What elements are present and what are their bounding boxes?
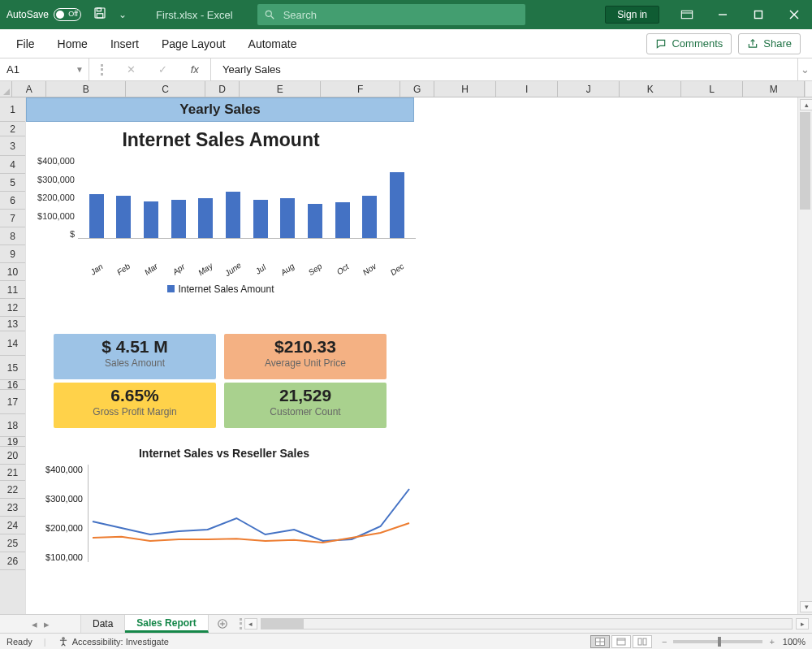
minimize-icon[interactable] [705,0,741,29]
comments-button[interactable]: Comments [646,33,732,54]
ribbon-tab-page-layout[interactable]: Page Layout [150,29,237,58]
chart1-legend: Internet Sales Amount [26,274,416,295]
row-header[interactable]: 22 [0,481,25,499]
name-box[interactable]: A1 ▼ [0,58,89,80]
row-header[interactable]: 5 [0,174,25,192]
column-header[interactable]: E [240,81,321,97]
search-input[interactable]: Search [257,4,525,25]
row-header[interactable]: 9 [0,245,25,263]
row-header[interactable]: 25 [0,534,25,552]
autosave-toggle[interactable]: AutoSave Off [6,8,81,21]
row-header[interactable]: 26 [0,552,25,570]
row-header[interactable]: 23 [0,499,25,517]
row-header[interactable]: 13 [0,317,25,331]
sheet-nav-prev-icon[interactable]: ◂ [32,618,37,630]
close-icon[interactable] [776,0,812,29]
add-sheet-button[interactable] [209,615,236,633]
column-header[interactable]: I [496,81,558,97]
ribbon-tab-automate[interactable]: Automate [237,29,309,58]
row-header[interactable]: 14 [0,331,25,356]
enter-formula-icon[interactable]: ✓ [158,63,167,76]
title-bar: AutoSave Off ⌄ First.xlsx - Excel Search… [0,0,812,29]
maximize-icon[interactable] [741,0,776,29]
column-header[interactable]: F [321,81,400,97]
zoom-out-icon[interactable]: − [662,637,667,647]
bar [335,202,350,238]
svg-rect-2 [97,14,103,18]
sheet-tab-sales-report[interactable]: Sales Report [125,615,208,633]
row-header[interactable]: 20 [0,447,25,465]
scroll-down-icon[interactable]: ▾ [800,601,812,612]
row-header[interactable]: 2 [0,122,25,136]
page-break-view-icon[interactable] [633,635,652,648]
sheet-tab-data[interactable]: Data [81,615,125,633]
status-accessibility[interactable]: Accessibility: Investigate [72,637,169,647]
column-header[interactable]: J [558,81,620,97]
column-header[interactable]: K [620,81,681,97]
row-header[interactable]: 18 [0,414,25,437]
row-header[interactable]: 3 [0,136,25,156]
hscroll-thumb[interactable] [261,619,304,629]
page-layout-view-icon[interactable] [611,635,631,648]
normal-view-icon[interactable] [590,635,610,648]
zoom-level[interactable]: 100% [783,637,806,647]
vertical-scrollbar[interactable]: ▴ ▾ [797,97,812,614]
ribbon-tab-home[interactable]: Home [46,29,99,58]
svg-point-3 [266,11,271,16]
row-header[interactable]: 16 [0,380,25,390]
row-header[interactable]: 21 [0,465,25,481]
accessibility-icon [58,636,69,647]
vscroll-thumb[interactable] [800,112,810,210]
select-all-button[interactable] [0,81,12,97]
row-header[interactable]: 10 [0,263,25,281]
row-header[interactable]: 8 [0,227,25,245]
column-header[interactable]: B [46,81,126,97]
column-header[interactable]: G [400,81,434,97]
merged-title-cell[interactable]: Yearly Sales [26,97,414,122]
row-header[interactable]: 1 [0,97,25,122]
chart-internet-sales-amount[interactable]: Internet Sales Amount $400,000$300,000$2… [26,126,416,295]
save-icon[interactable] [93,6,110,24]
fx-icon[interactable]: fx [191,63,199,76]
hscroll-left-icon[interactable]: ◂ [244,618,257,630]
formula-input[interactable]: Yearly Sales [211,58,797,80]
zoom-slider[interactable] [673,640,762,643]
cancel-formula-icon[interactable]: ✕ [127,63,136,76]
quick-access-dropdown-icon[interactable]: ⌄ [119,9,127,20]
row-header[interactable]: 24 [0,517,25,534]
row-header[interactable]: 19 [0,437,25,447]
bar [362,196,377,238]
column-header[interactable]: H [434,81,496,97]
zoom-in-icon[interactable]: + [769,637,774,647]
scroll-up-icon[interactable]: ▴ [800,99,812,110]
sign-in-button[interactable]: Sign in [605,6,659,24]
row-header[interactable]: 15 [0,356,25,380]
formula-bar: A1 ▼ ✕ ✓ fx Yearly Sales ⌄ [0,58,812,81]
chart-internet-vs-reseller[interactable]: Internet Sales vs Reseller Sales $400,00… [29,447,419,562]
worksheet-area[interactable]: Yearly Sales Internet Sales Amount $400,… [26,97,797,614]
row-header[interactable]: 6 [0,192,25,210]
ribbon-display-icon[interactable] [669,0,705,29]
sheet-nav-next-icon[interactable]: ▸ [44,618,50,630]
expand-formula-bar-icon[interactable]: ⌄ [797,58,812,80]
ribbon-tab-file[interactable]: File [5,29,46,58]
row-header[interactable]: 7 [0,210,25,227]
bar [198,198,213,238]
comment-icon [655,38,667,50]
svg-rect-5 [681,11,692,18]
column-header[interactable]: D [205,81,240,97]
column-header[interactable]: L [681,81,743,97]
column-header[interactable]: C [126,81,205,97]
bar [390,172,404,238]
row-header[interactable]: 11 [0,281,25,299]
column-header[interactable]: A [12,81,46,97]
ribbon-tab-insert[interactable]: Insert [99,29,150,58]
hscroll-right-icon[interactable]: ▸ [796,618,809,630]
row-header[interactable]: 17 [0,390,25,414]
share-button[interactable]: Share [738,33,801,54]
row-header[interactable]: 12 [0,299,25,317]
svg-point-14 [62,637,63,638]
column-header[interactable]: M [743,81,805,97]
row-header[interactable]: 4 [0,156,25,174]
horizontal-scrollbar[interactable]: ◂ ▸ [236,615,812,633]
